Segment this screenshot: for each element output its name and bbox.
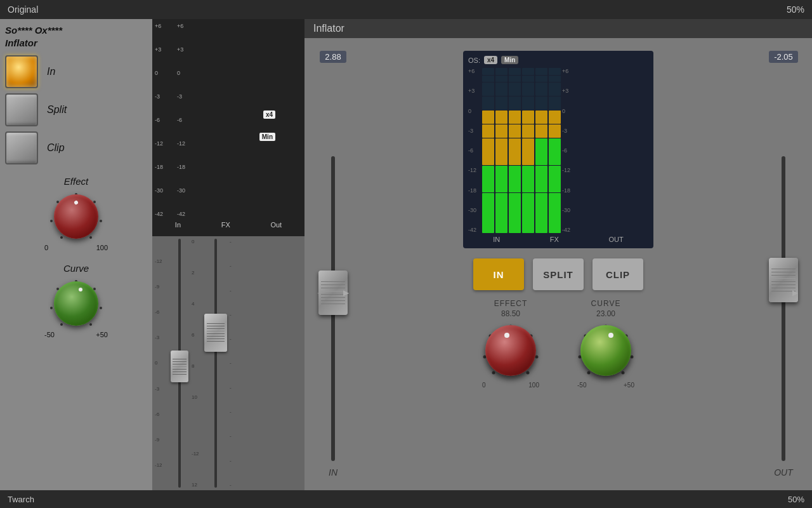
main-content: So**** Ox****Inflator In Split Clip Effe… — [0, 19, 812, 490]
curve-scale-row: -50 +50 — [577, 382, 634, 389]
svg-point-2 — [50, 220, 53, 222]
in-label: In — [47, 66, 55, 77]
cvu-scale-left: +6+30-3-6-12-18-30-42 — [468, 68, 481, 233]
vu-labels: In FX Out — [155, 218, 302, 230]
clip-button-row: Clip — [5, 131, 147, 164]
svg-point-19 — [492, 371, 495, 375]
svg-point-13 — [89, 323, 92, 326]
curve-knob[interactable] — [54, 281, 98, 326]
svg-point-27 — [622, 371, 625, 375]
bottom-bar-left: Twarch — [8, 495, 34, 504]
cvu-in-label: IN — [493, 236, 500, 243]
effect-param-value: 88.50 — [501, 309, 520, 318]
cvu-in — [482, 68, 508, 233]
cvu-fx-label: FX — [550, 236, 559, 243]
curve-param-label: CURVE — [591, 299, 621, 308]
vu-os-bar: OS: x4 Min — [468, 56, 648, 64]
curve-label: Curve — [5, 263, 147, 274]
plugin-title: So**** Ox****Inflator — [5, 24, 147, 49]
cvu-scale-right: +6+30-3-6-12-18-30-42 — [562, 68, 575, 233]
in-fader-track — [331, 156, 335, 461]
min-badge[interactable]: Min — [259, 133, 275, 141]
inflator-title: Inflator — [313, 23, 344, 34]
split-button-row: Split — [5, 93, 147, 126]
curve-param-value: 23.00 — [596, 309, 615, 318]
curve-big-knob[interactable] — [580, 325, 631, 376]
vu-scale-left: +6+30-3-6-12-18-30-42 — [155, 22, 164, 218]
right-panel: Inflator 2.88 ◀ — [304, 19, 812, 490]
svg-point-11 — [100, 307, 102, 309]
svg-point-20 — [527, 371, 530, 375]
effect-param-group: EFFECT 88.50 — [482, 299, 539, 389]
fader-1 — [170, 239, 189, 488]
cvu-labels: IN FX OUT — [468, 236, 648, 243]
effect-scale: 0 100 — [44, 244, 108, 251]
vu-out-label: Out — [270, 221, 282, 229]
bottom-bar: Twarch 50% — [0, 490, 812, 508]
inflator-header: Inflator — [304, 19, 812, 38]
in-button-row: In — [5, 55, 147, 88]
x4-badge[interactable]: x4 — [263, 110, 275, 119]
clip-mode-button[interactable]: CLIP — [593, 258, 643, 290]
effect-knob[interactable] — [54, 194, 98, 239]
svg-point-26 — [587, 371, 591, 375]
out-value-badge: -2.05 — [769, 51, 798, 63]
vu-scale-right: +6+30-3-6-12-18-30-42 — [176, 22, 185, 218]
svg-point-25 — [631, 356, 634, 359]
top-bar-right: 50% — [787, 4, 804, 15]
curve-param-group: CURVE 23.00 — [577, 299, 634, 389]
vu-section: +6+30-3-6-12-18-30-42 — [152, 19, 304, 490]
in-fader-label: IN — [329, 467, 337, 478]
fader-2-handle[interactable] — [204, 314, 227, 352]
fader-1-handle[interactable] — [171, 351, 188, 382]
out-fader-label: OUT — [774, 467, 793, 478]
split-mode-button[interactable]: SPLIT — [533, 258, 584, 290]
effect-param-label: EFFECT — [494, 299, 528, 308]
curve-knob-container: -50 +50 — [5, 276, 147, 338]
svg-point-9 — [50, 307, 53, 309]
center-vu-box: OS: x4 Min +6+30-3-6-12-18-30-42 — [463, 51, 653, 248]
in-button[interactable] — [5, 55, 38, 88]
svg-point-4 — [100, 220, 102, 222]
svg-point-12 — [60, 323, 63, 326]
out-fader-track — [782, 156, 785, 461]
effect-scale-row: 0 100 — [482, 382, 539, 389]
svg-point-18 — [535, 356, 539, 359]
effect-section: Effect — [5, 176, 147, 257]
os-label: OS: — [468, 57, 480, 64]
curve-scale: -50 +50 — [44, 331, 108, 338]
fader-scale-right: ----------- — [230, 239, 241, 488]
svg-point-5 — [60, 236, 63, 239]
cvu-out — [535, 68, 561, 233]
out-fader-area: -2.05 ◀ — [755, 38, 812, 490]
out-fader-arrow-right: ▶ — [792, 288, 798, 297]
split-label: Split — [47, 104, 67, 116]
min-os-button[interactable]: Min — [501, 56, 518, 64]
effect-label: Effect — [5, 176, 147, 187]
fader-scale-left: -12-9-6-30-3-6-9-12 — [155, 239, 167, 488]
inflator-main: 2.88 ◀ — [304, 38, 812, 490]
clip-label: Clip — [47, 142, 65, 154]
effect-knob-container: 0 100 — [5, 189, 147, 251]
fader-scale-mid: 0246810-1212 — [192, 239, 202, 488]
vu-in-label: In — [175, 221, 181, 229]
x4-os-button[interactable]: x4 — [484, 56, 497, 64]
in-value-badge: 2.88 — [320, 51, 346, 63]
left-panel: So**** Ox****Inflator In Split Clip Effe… — [0, 19, 152, 490]
vu-fx-label: FX — [221, 221, 230, 229]
cvu-fx — [509, 68, 534, 233]
top-bar: Original 50% — [0, 0, 812, 19]
knobs-row: EFFECT 88.50 — [482, 299, 634, 389]
in-mode-button[interactable]: IN — [473, 258, 524, 290]
effect-big-knob[interactable] — [485, 325, 536, 376]
split-button[interactable] — [5, 93, 38, 126]
in-fader-area: 2.88 ◀ — [304, 38, 362, 490]
in-fader-arrow-right: ▶ — [343, 288, 349, 297]
clip-button[interactable] — [5, 131, 38, 164]
fader-2 — [204, 239, 227, 488]
svg-point-6 — [89, 236, 92, 239]
bottom-bar-right: 50% — [788, 495, 804, 504]
curve-section: Curve -5 — [5, 263, 147, 344]
center-vu-area: OS: x4 Min +6+30-3-6-12-18-30-42 — [362, 38, 755, 490]
buttons-row: IN SPLIT CLIP — [473, 258, 643, 290]
